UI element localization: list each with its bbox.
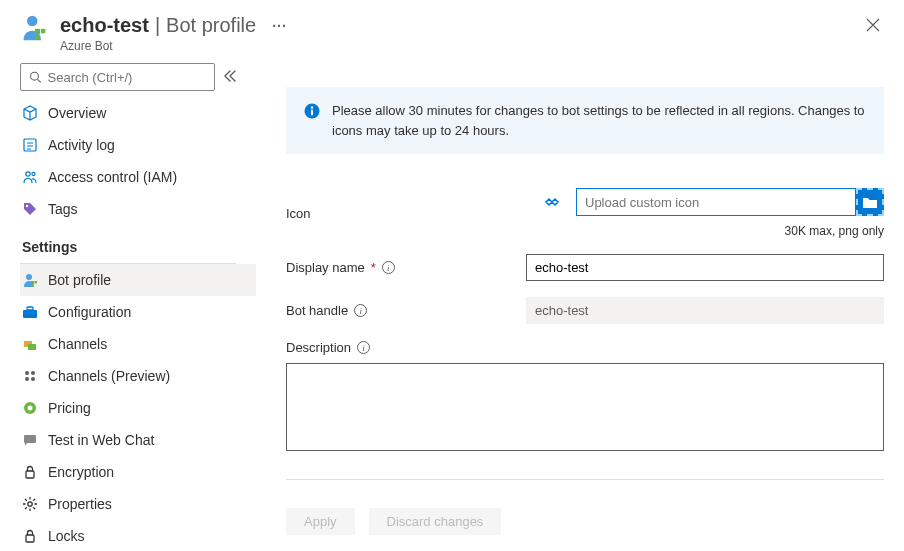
info-banner-text: Please allow 30 minutes for changes to b… [332, 101, 866, 140]
page-section: Bot profile [166, 14, 256, 37]
sidebar-item-pricing[interactable]: Pricing [20, 392, 256, 424]
svg-point-28 [311, 106, 313, 108]
sidebar-item-encryption[interactable]: Encryption [20, 456, 256, 488]
svg-rect-2 [41, 29, 45, 33]
svg-rect-10 [31, 281, 34, 284]
svg-point-9 [26, 274, 32, 280]
sidebar-item-label: Channels (Preview) [48, 368, 170, 384]
svg-point-25 [28, 502, 32, 506]
resource-type: Azure Bot [60, 39, 850, 53]
sidebar-item-channels-preview[interactable]: Channels (Preview) [20, 360, 256, 392]
sidebar-item-configuration[interactable]: Configuration [20, 296, 256, 328]
svg-rect-12 [31, 285, 34, 288]
log-icon [22, 137, 38, 153]
bot-profile-icon [22, 272, 38, 288]
svg-rect-14 [27, 307, 33, 310]
sidebar-item-channels[interactable]: Channels [20, 328, 256, 360]
close-button[interactable] [862, 14, 884, 39]
resource-icon [20, 14, 48, 45]
toolbox-icon [22, 304, 38, 320]
collapse-sidebar-button[interactable] [223, 69, 237, 86]
info-tooltip-icon[interactable]: i [357, 341, 370, 354]
chat-icon [22, 432, 38, 448]
display-name-input[interactable] [526, 254, 884, 281]
icon-preview [542, 191, 564, 213]
svg-point-22 [28, 406, 33, 411]
svg-rect-3 [35, 35, 39, 39]
svg-point-6 [26, 172, 30, 176]
info-tooltip-icon[interactable]: i [354, 304, 367, 317]
upload-icon-input[interactable] [576, 188, 856, 216]
resource-name: echo-test [60, 14, 149, 37]
sidebar-item-label: Bot profile [48, 272, 111, 288]
info-icon [304, 103, 320, 119]
info-banner: Please allow 30 minutes for changes to b… [286, 87, 884, 154]
padlock-icon [22, 528, 38, 544]
sidebar-section-settings: Settings [20, 225, 256, 261]
sidebar-item-bot-profile[interactable]: Bot profile [20, 264, 256, 296]
svg-rect-16 [28, 344, 36, 350]
display-name-label: Display name [286, 260, 365, 275]
sidebar-item-label: Activity log [48, 137, 115, 153]
search-icon [29, 70, 42, 84]
description-label: Description [286, 340, 351, 355]
svg-rect-24 [26, 471, 34, 478]
cube-icon [22, 105, 38, 121]
search-input[interactable] [48, 70, 206, 85]
discard-button[interactable]: Discard changes [369, 508, 502, 535]
lock-icon [22, 464, 38, 480]
sidebar-item-label: Encryption [48, 464, 114, 480]
sidebar-item-access-control[interactable]: Access control (IAM) [20, 161, 256, 193]
channels-icon [22, 336, 38, 352]
sidebar-item-properties[interactable]: Properties [20, 488, 256, 520]
svg-point-4 [31, 72, 39, 80]
sidebar-item-label: Overview [48, 105, 106, 121]
tag-icon [22, 201, 38, 217]
people-icon [22, 169, 38, 185]
svg-point-19 [25, 377, 29, 381]
icon-hint: 30K max, png only [526, 224, 884, 238]
channels-preview-icon [22, 368, 38, 384]
sidebar-item-label: Test in Web Chat [48, 432, 154, 448]
svg-point-18 [31, 371, 35, 375]
description-input[interactable] [286, 363, 884, 451]
sidebar-item-label: Pricing [48, 400, 91, 416]
svg-point-17 [25, 371, 29, 375]
title-separator: | [155, 14, 160, 37]
required-indicator: * [371, 260, 376, 275]
svg-rect-23 [24, 435, 36, 443]
svg-rect-1 [35, 29, 40, 34]
search-input-wrapper[interactable] [20, 63, 215, 91]
sidebar-item-label: Configuration [48, 304, 131, 320]
divider [286, 479, 884, 480]
browse-button[interactable] [856, 188, 884, 216]
main-content: Please allow 30 minutes for changes to b… [256, 63, 904, 551]
bot-handle-input [526, 297, 884, 324]
svg-rect-26 [26, 535, 34, 542]
sidebar-item-tags[interactable]: Tags [20, 193, 256, 225]
svg-rect-29 [311, 110, 313, 116]
sidebar-item-label: Access control (IAM) [48, 169, 177, 185]
svg-rect-13 [23, 310, 37, 318]
gear-icon [22, 496, 38, 512]
svg-point-0 [27, 16, 38, 27]
sidebar-item-overview[interactable]: Overview [20, 97, 256, 129]
bot-handle-label: Bot handle [286, 303, 348, 318]
sidebar-item-test-webchat[interactable]: Test in Web Chat [20, 424, 256, 456]
sidebar-item-label: Locks [48, 528, 85, 544]
svg-point-8 [26, 205, 28, 207]
sidebar-item-locks[interactable]: Locks [20, 520, 256, 551]
sidebar-item-label: Properties [48, 496, 112, 512]
info-tooltip-icon[interactable]: i [382, 261, 395, 274]
svg-rect-11 [35, 281, 38, 284]
svg-point-20 [31, 377, 35, 381]
sidebar-item-label: Channels [48, 336, 107, 352]
more-menu-button[interactable]: ··· [272, 18, 287, 34]
sidebar: Overview Activity log Access control (IA… [0, 63, 256, 551]
svg-point-7 [32, 172, 35, 175]
sidebar-item-activity-log[interactable]: Activity log [20, 129, 256, 161]
blade-header: echo-test | Bot profile ··· Azure Bot [0, 0, 904, 63]
sidebar-item-label: Tags [48, 201, 78, 217]
apply-button[interactable]: Apply [286, 508, 355, 535]
icon-label: Icon [286, 206, 506, 221]
